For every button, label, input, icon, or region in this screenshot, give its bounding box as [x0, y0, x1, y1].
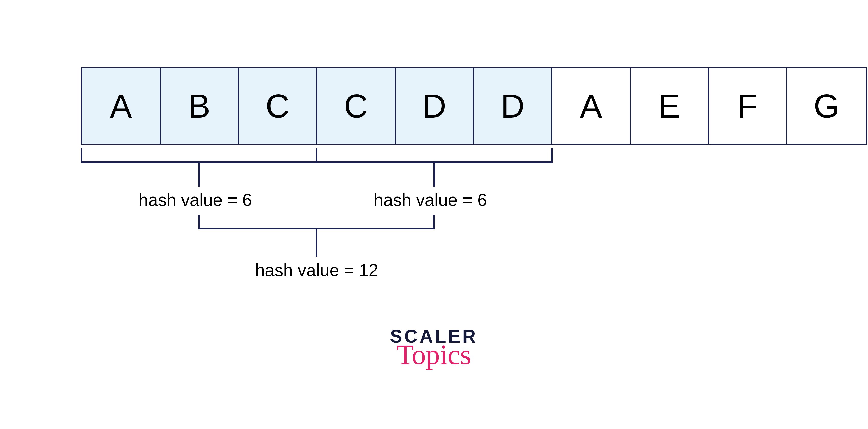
cell-value: D [501, 87, 525, 125]
array-cell-0: A [81, 67, 160, 145]
cell-value: C [266, 87, 290, 125]
cell-value: C [344, 87, 368, 125]
cell-value: E [658, 87, 680, 125]
cell-value: A [580, 87, 602, 125]
array-cell-4: D [395, 67, 474, 145]
array-cell-5: D [473, 67, 552, 145]
cell-value: F [738, 87, 758, 125]
cell-value: D [423, 87, 446, 125]
cell-value: B [188, 87, 210, 125]
array-cell-9: G [786, 67, 867, 145]
array-cell-6: A [551, 67, 631, 145]
array-cell-3: C [316, 67, 396, 145]
cell-value: G [814, 87, 839, 125]
hash-label-left: hash value = 6 [138, 190, 252, 210]
cell-value: A [110, 87, 132, 125]
array-cell-1: B [159, 67, 239, 145]
array-cell-2: C [238, 67, 317, 145]
array-cell-8: F [708, 67, 787, 145]
brand-logo: SCALER Topics [378, 326, 490, 367]
array-cell-7: E [630, 67, 709, 145]
hash-label-right: hash value = 6 [374, 190, 487, 210]
hash-label-bottom: hash value = 12 [255, 260, 378, 280]
